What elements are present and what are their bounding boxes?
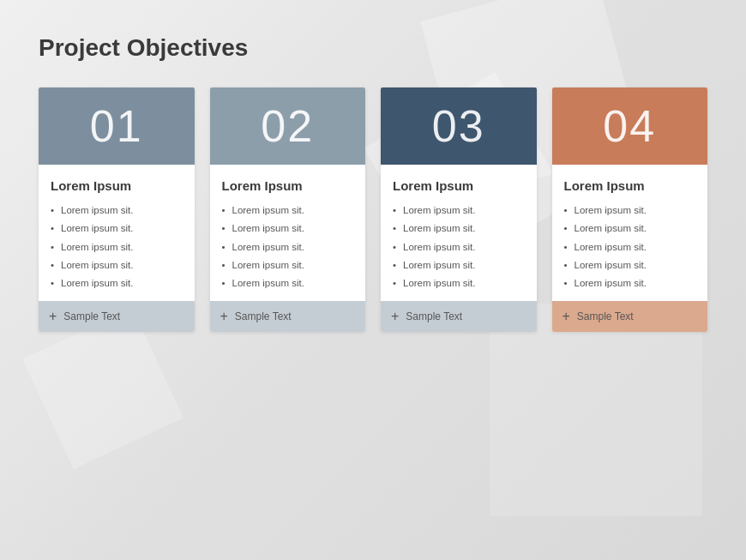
card-4: 04 Lorem Ipsum Lorem ipsum sit. Lorem ip… [552,87,708,332]
list-item: Lorem ipsum sit. [222,202,354,220]
card-3-list: Lorem ipsum sit. Lorem ipsum sit. Lorem … [393,202,525,292]
plus-icon: + [563,310,570,323]
list-item: Lorem ipsum sit. [51,274,183,292]
card-3-heading: Lorem Ipsum [393,178,525,193]
list-item: Lorem ipsum sit. [51,238,183,256]
card-4-number: 04 [603,100,656,152]
list-item: Lorem ipsum sit. [564,256,696,274]
list-item: Lorem ipsum sit. [393,274,525,292]
page-title: Project Objectives [39,34,707,62]
plus-icon: + [49,310,57,323]
list-item: Lorem ipsum sit. [222,220,354,238]
list-item: Lorem ipsum sit. [222,256,354,274]
card-2-heading: Lorem Ipsum [222,178,354,193]
card-4-body: Lorem Ipsum Lorem ipsum sit. Lorem ipsum… [552,165,708,301]
list-item: Lorem ipsum sit. [393,256,525,274]
card-2-body: Lorem Ipsum Lorem ipsum sit. Lorem ipsum… [210,165,366,301]
plus-icon: + [391,310,399,323]
list-item: Lorem ipsum sit. [222,238,354,256]
card-3-header: 03 [381,87,537,165]
list-item: Lorem ipsum sit. [564,202,696,220]
card-2-footer[interactable]: + Sample Text [210,301,366,332]
list-item: Lorem ipsum sit. [51,220,183,238]
list-item: Lorem ipsum sit. [564,274,696,292]
footer-label: Sample Text [235,310,292,322]
card-2: 02 Lorem Ipsum Lorem ipsum sit. Lorem ip… [210,87,366,332]
card-1-footer[interactable]: + Sample Text [39,301,195,332]
list-item: Lorem ipsum sit. [393,220,525,238]
card-1-heading: Lorem Ipsum [51,178,183,193]
card-3-body: Lorem Ipsum Lorem ipsum sit. Lorem ipsum… [381,165,537,301]
card-3: 03 Lorem Ipsum Lorem ipsum sit. Lorem ip… [381,87,537,332]
footer-label: Sample Text [406,310,462,322]
list-item: Lorem ipsum sit. [393,238,525,256]
card-4-list: Lorem ipsum sit. Lorem ipsum sit. Lorem … [564,202,696,292]
plus-icon: + [220,310,228,323]
list-item: Lorem ipsum sit. [222,274,354,292]
card-1-number: 01 [90,100,143,152]
card-3-footer[interactable]: + Sample Text [381,301,537,332]
list-item: Lorem ipsum sit. [51,202,183,220]
cards-container: 01 Lorem Ipsum Lorem ipsum sit. Lorem ip… [39,87,707,332]
list-item: Lorem ipsum sit. [564,238,696,256]
card-4-heading: Lorem Ipsum [564,178,696,193]
card-1-body: Lorem Ipsum Lorem ipsum sit. Lorem ipsum… [39,165,195,301]
card-4-footer[interactable]: + Sample Text [552,301,708,332]
list-item: Lorem ipsum sit. [51,256,183,274]
list-item: Lorem ipsum sit. [393,202,525,220]
card-1: 01 Lorem Ipsum Lorem ipsum sit. Lorem ip… [39,87,195,332]
list-item: Lorem ipsum sit. [564,220,696,238]
footer-label: Sample Text [577,310,634,322]
card-2-number: 02 [261,100,314,152]
card-1-list: Lorem ipsum sit. Lorem ipsum sit. Lorem … [51,202,183,292]
card-2-list: Lorem ipsum sit. Lorem ipsum sit. Lorem … [222,202,354,292]
card-1-header: 01 [39,87,195,165]
footer-label: Sample Text [63,310,120,322]
card-2-header: 02 [210,87,366,165]
card-4-header: 04 [552,87,708,165]
card-3-number: 03 [432,100,485,152]
